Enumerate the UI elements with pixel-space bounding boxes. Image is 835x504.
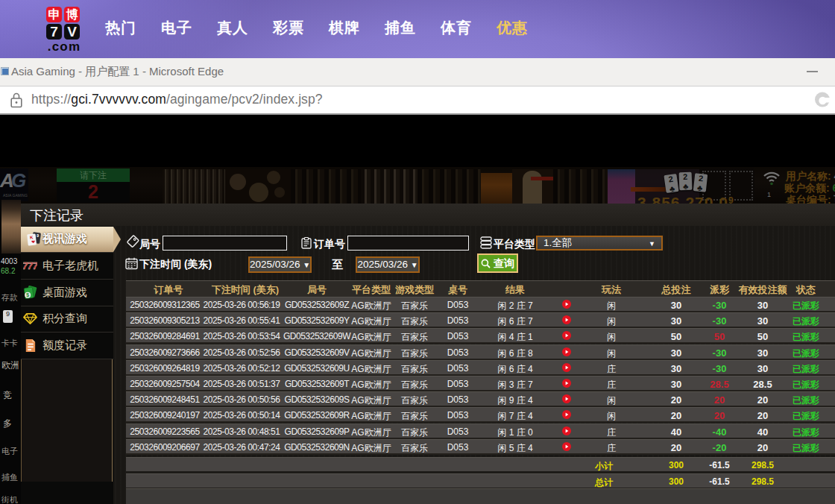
svg-text:777: 777 xyxy=(23,261,37,271)
